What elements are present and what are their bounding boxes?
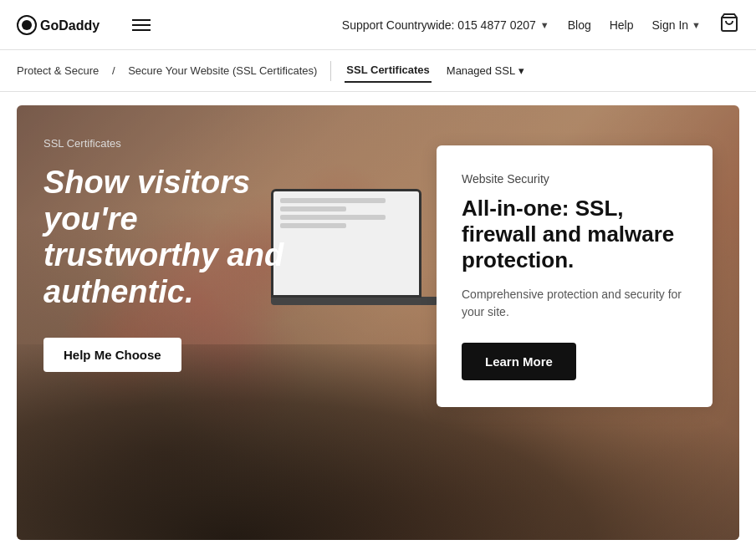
breadcrumb-sep1 [102,64,105,77]
cart-icon[interactable] [719,13,739,37]
breadcrumb-protect-secure[interactable]: Protect & Secure [17,64,99,77]
help-link[interactable]: Help [610,18,634,32]
card-title: All-in-one: SSL, firewall and malware pr… [462,196,687,274]
hero-section: SSL Certificates Show visitors you're tr… [17,105,739,540]
managed-ssl-chevron-icon: ▾ [518,64,524,77]
help-me-choose-button[interactable]: Help Me Choose [43,338,181,372]
breadcrumb-divider [330,61,331,81]
tab-ssl-certificates[interactable]: SSL Certificates [345,59,431,83]
breadcrumb-sep2 [122,64,125,77]
sign-in-chevron-icon: ▼ [692,20,701,30]
breadcrumb-slash: / [112,64,115,77]
support-label: Support Countrywide: 015 4877 0207 [342,18,536,32]
card-description: Comprehensive protection and security fo… [462,286,687,321]
breadcrumb-bar: Protect & Secure / Secure Your Website (… [0,50,756,92]
svg-text:GoDaddy: GoDaddy [40,18,100,33]
support-phone[interactable]: Support Countrywide: 015 4877 0207 ▼ [342,18,549,32]
tab-managed-ssl[interactable]: Managed SSL ▾ [447,64,524,77]
hero-badge: SSL Certificates [43,137,437,150]
tab-nav: SSL Certificates Managed SSL ▾ [345,59,524,83]
svg-point-1 [22,20,32,30]
hero-title: Show visitors you're trustworthy and aut… [43,165,294,311]
card-subtitle: Website Security [462,172,687,186]
learn-more-button[interactable]: Learn More [462,343,576,380]
breadcrumb-ssl-page[interactable]: Secure Your Website (SSL Certificates) [128,64,317,77]
site-header: GoDaddy Support Countrywide: 015 4877 02… [0,0,756,50]
hero-left-panel: SSL Certificates Show visitors you're tr… [43,129,437,372]
sign-in-button[interactable]: Sign In ▼ [652,18,701,32]
godaddy-logo[interactable]: GoDaddy [17,12,117,38]
hamburger-menu-icon[interactable] [129,16,154,34]
support-chevron-icon: ▼ [540,20,549,30]
security-card: Website Security All-in-one: SSL, firewa… [437,145,713,407]
hero-content: SSL Certificates Show visitors you're tr… [17,105,739,540]
blog-link[interactable]: Blog [568,18,591,32]
header-nav: Support Countrywide: 015 4877 0207 ▼ Blo… [342,13,739,37]
sign-in-label: Sign In [652,18,689,32]
logo-area: GoDaddy [17,12,154,38]
